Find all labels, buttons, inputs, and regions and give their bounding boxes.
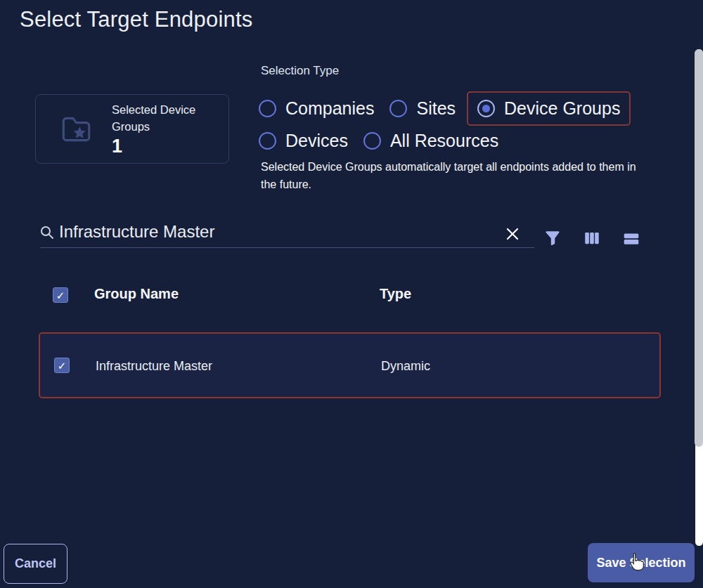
filter-icon [543, 229, 562, 247]
radio-circle-icon [259, 132, 276, 150]
radio-circle-selected-icon [477, 100, 495, 117]
search-underline [40, 247, 534, 248]
cancel-button[interactable]: Cancel [4, 544, 67, 584]
search-icon [39, 225, 55, 243]
summary-card-label: Selected Device Groups [112, 101, 205, 135]
radio-circle-icon [259, 100, 276, 117]
radio-sites[interactable]: Sites [389, 98, 456, 119]
page-title: Select Target Endpoints [20, 7, 252, 32]
clear-search-button[interactable] [503, 225, 522, 243]
radio-circle-icon [389, 100, 407, 117]
table-row-infrastructure-master[interactable]: Infrastructure Master Dynamic [39, 332, 661, 398]
radio-sites-label: Sites [416, 98, 456, 119]
radio-companies-label: Companies [285, 98, 374, 119]
select-all-checkbox[interactable] [53, 287, 68, 303]
density-icon [622, 230, 640, 248]
save-selection-button[interactable]: Save Selection [588, 543, 695, 582]
radio-all-resources-label: All Resources [390, 131, 498, 151]
selection-type-label: Selection Type [261, 64, 339, 78]
cell-type: Dynamic [381, 359, 430, 374]
radio-all-resources[interactable]: All Resources [363, 131, 498, 151]
column-header-group-name[interactable]: Group Name [94, 286, 179, 302]
radio-devices-label: Devices [285, 131, 348, 151]
density-button[interactable] [621, 229, 641, 249]
selection-helper-text: Selected Device Groups automatically tar… [261, 159, 649, 193]
radio-companies[interactable]: Companies [259, 98, 374, 119]
filter-button[interactable] [543, 228, 562, 248]
device-groups-highlight-box: Device Groups [467, 91, 631, 126]
search-input[interactable] [59, 219, 481, 244]
selection-type-row-1: Companies Sites Device Groups [259, 91, 631, 126]
selected-groups-summary-card: Selected Device Groups 1 [35, 94, 229, 164]
radio-device-groups[interactable]: Device Groups [477, 98, 620, 119]
radio-devices[interactable]: Devices [259, 131, 348, 151]
close-icon [505, 226, 520, 242]
columns-icon [583, 229, 601, 247]
cell-group-name: Infrastructure Master [96, 359, 212, 374]
columns-button[interactable] [582, 228, 602, 248]
radio-circle-icon [363, 132, 381, 150]
radio-device-groups-label: Device Groups [504, 98, 620, 119]
column-header-type[interactable]: Type [380, 286, 411, 302]
folder-star-icon [58, 112, 93, 147]
summary-card-count: 1 [112, 136, 205, 157]
selection-type-row-2: Devices All Resources [259, 126, 498, 155]
row-checkbox[interactable] [54, 358, 70, 373]
scrollbar-thumb[interactable] [695, 49, 703, 447]
